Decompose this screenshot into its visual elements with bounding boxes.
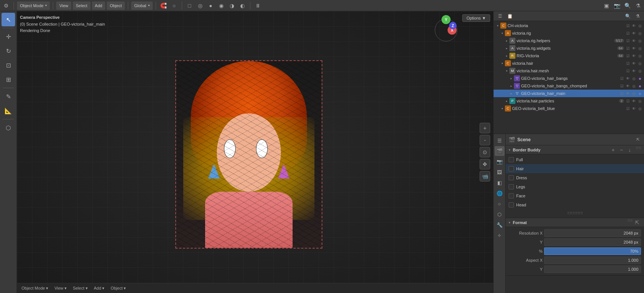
vp-object-btn[interactable]: Object ▾ <box>108 285 128 291</box>
vis-eye-bangs[interactable]: 👁 <box>625 76 630 81</box>
prop-icon-editor[interactable]: ☰ <box>495 136 504 145</box>
vp-viewport-btn[interactable]: View ▾ <box>52 285 69 291</box>
shading-eevee-btn[interactable]: ◑ <box>227 1 236 10</box>
buddy-item-head[interactable]: Head <box>506 200 644 209</box>
prop-icon-scene2[interactable]: 🌐 <box>495 188 504 198</box>
vis-render-rig[interactable]: ◎ <box>637 31 642 36</box>
buddy-item-face[interactable]: Face <box>506 191 644 200</box>
vis-check-rigv[interactable]: ☑ <box>625 53 630 58</box>
buddy-item-full[interactable]: Full <box>506 155 644 164</box>
zoom-fit-btn[interactable]: ⊙ <box>480 147 490 157</box>
vis-check-particles[interactable]: ☑ <box>625 98 630 104</box>
prop-icon-view-layer[interactable]: ◧ <box>495 178 504 188</box>
format-section-header[interactable]: ▾ Format ⠿⠿ ⇱ <box>506 218 644 227</box>
vis-eye-helpers[interactable]: 👁 <box>631 38 636 43</box>
vis-checkbox-victoria[interactable]: ☑ <box>625 23 630 28</box>
mode-selector[interactable]: Object Mode ▾ <box>17 2 50 10</box>
viewport[interactable]: Camera Perspective (0) Scene Collection … <box>17 11 493 293</box>
vis-render-widgets[interactable]: ◎ <box>637 46 642 51</box>
vis-render-helpers[interactable]: ◎ <box>637 38 642 43</box>
vis-render-belt[interactable]: ◎ <box>637 106 642 111</box>
snap-btn[interactable]: 🧲 <box>159 1 168 10</box>
vis-eye-victoria[interactable]: 👁 <box>631 23 636 28</box>
vis-render-victoria[interactable]: ◎ <box>637 23 642 28</box>
pause-btn[interactable]: ⏸ <box>253 1 262 10</box>
format-value-resx[interactable]: 2048 px <box>544 229 641 237</box>
zoom-out-btn[interactable]: - <box>480 135 490 145</box>
editor-type-btn[interactable]: ⚙ <box>2 1 11 10</box>
vis-eye-belt[interactable]: 👁 <box>631 106 636 111</box>
vis-check-main[interactable]: ☑ <box>619 91 624 96</box>
view-menu[interactable]: View <box>56 2 71 10</box>
buddy-checkbox-face[interactable] <box>509 193 514 198</box>
prop-icon-particles[interactable]: ✧ <box>495 230 504 240</box>
tree-item-victoria-hair[interactable]: ▾ C victoria.hair ☑ 👁 ◎ <box>494 60 644 67</box>
format-value-percent[interactable]: 70% <box>544 247 641 255</box>
prop-icon-world[interactable]: ○ <box>495 199 504 209</box>
tree-item-victoria-rig[interactable]: ▾ A victoria.rig ☑ 👁 ◎ <box>494 29 644 37</box>
prop-icon-scene[interactable]: 🎬 <box>495 146 504 156</box>
prop-icon-object[interactable]: ⬡ <box>495 209 504 219</box>
border-buddy-header[interactable]: ▾ Border Buddy + − ↓ ⠿⠿ <box>506 145 644 154</box>
camera-view-btn[interactable]: 📹 <box>480 171 490 182</box>
select-menu[interactable]: Select <box>73 2 90 10</box>
vis-render-hmesh[interactable]: ◎ <box>637 68 642 73</box>
vis-render-hair[interactable]: ◎ <box>637 61 642 66</box>
format-value-aspecty[interactable]: 1.000 <box>544 266 641 273</box>
vis-eye-rig[interactable]: 👁 <box>631 31 636 36</box>
vis-render-chomped[interactable]: ◎ <box>631 83 636 89</box>
tree-item-hair-bangs[interactable]: ▸ ▽ GEO-victoria_hair_bangs ☑ 👁 ◎ ■ <box>494 75 644 82</box>
vis-eye-widgets[interactable]: 👁 <box>631 46 636 51</box>
tree-item-hair-bangs-chomped[interactable]: ▸ ▽ GEO-victoria_hair_bangs_chomped ☑ 👁 … <box>494 82 644 90</box>
shading-wire-btn[interactable]: □ <box>185 1 194 10</box>
tree-item-belt-blue[interactable]: ▾ C GEO-victoria_belt_blue ☑ 👁 ◎ <box>494 105 644 112</box>
filter-icon-btn[interactable]: ⚗ <box>633 1 642 10</box>
outliner-content[interactable]: ▾ C CH-victoria ☑ 👁 ◎ ▾ A victoria.rig <box>494 21 644 134</box>
format-value-resy[interactable]: 2048 px <box>544 238 641 246</box>
outliner-display-icon[interactable]: 📋 <box>506 12 514 20</box>
transform-selector[interactable]: Global ▾ <box>131 2 153 10</box>
zoom-in-btn[interactable]: + <box>480 123 490 133</box>
prop-icon-modifier[interactable]: 🔧 <box>495 220 504 230</box>
buddy-checkbox-hair[interactable] <box>509 166 514 171</box>
vis-check-belt[interactable]: ☑ <box>625 106 630 111</box>
rotate-tool[interactable]: ↻ <box>2 44 15 58</box>
vis-render-bangs[interactable]: ◎ <box>631 76 636 81</box>
gizmo-z-axis[interactable]: Z <box>449 22 457 29</box>
buddy-checkbox-dress[interactable] <box>509 175 514 180</box>
object-menu[interactable]: Object <box>107 2 125 10</box>
format-value-aspectx[interactable]: 1.000 <box>544 256 641 264</box>
move-tool[interactable]: ✛ <box>2 30 15 43</box>
buddy-item-dress[interactable]: Dress <box>506 173 644 182</box>
tree-item-hair-mesh[interactable]: ▾ M victoria.hair.mesh ☑ 👁 ◎ <box>494 67 644 75</box>
gizmo-y-axis[interactable]: Y <box>442 15 451 24</box>
options-btn[interactable]: Options ▼ <box>462 14 490 22</box>
buddy-checkbox-head[interactable] <box>509 202 514 208</box>
vis-eye-hair[interactable]: 👁 <box>631 61 636 66</box>
render-icon-btn[interactable]: 📷 <box>612 1 621 10</box>
buddy-checkbox-full[interactable] <box>509 157 514 162</box>
border-buddy-down-btn[interactable]: ↓ <box>626 146 633 154</box>
border-buddy-remove-btn[interactable]: − <box>618 146 625 154</box>
annotate-tool[interactable]: ✎ <box>2 90 15 103</box>
tree-item-rig-helpers[interactable]: ▸ A victoria.rig.helpers 5/17 ☑ 👁 ◎ <box>494 37 644 44</box>
tree-item-rig-widgets[interactable]: ▸ A victoria.rig.widgets 64 ☑ 👁 ◎ <box>494 44 644 52</box>
vp-select-btn[interactable]: Select ▾ <box>71 285 90 291</box>
select-tool[interactable]: ↖ <box>2 13 15 26</box>
border-buddy-add-btn[interactable]: + <box>609 146 617 154</box>
vis-eye-main[interactable]: 👁 <box>625 91 630 96</box>
prop-icon-render[interactable]: 📷 <box>495 157 504 166</box>
format-expand-btn[interactable]: ⇱ <box>633 219 641 226</box>
shading-solid-btn[interactable]: ◎ <box>196 1 205 10</box>
shading-render-btn[interactable]: ◉ <box>217 1 226 10</box>
vis-render-particles[interactable]: ◎ <box>637 98 642 104</box>
vis-eye-rigv[interactable]: 👁 <box>631 53 636 58</box>
proportional-btn[interactable]: ○ <box>170 1 179 10</box>
vis-eye-hmesh[interactable]: 👁 <box>631 68 636 73</box>
tree-item-hair-particles[interactable]: ▸ P victoria.hair.particles 2 ☑ 👁 ◎ <box>494 97 644 105</box>
vis-check-widgets[interactable]: ☑ <box>625 46 630 51</box>
vis-render-rigv[interactable]: ◎ <box>637 53 642 58</box>
vis-check-hair[interactable]: ☑ <box>625 61 630 66</box>
add-menu[interactable]: Add <box>92 2 106 10</box>
transform-tool[interactable]: ⊞ <box>2 73 15 86</box>
